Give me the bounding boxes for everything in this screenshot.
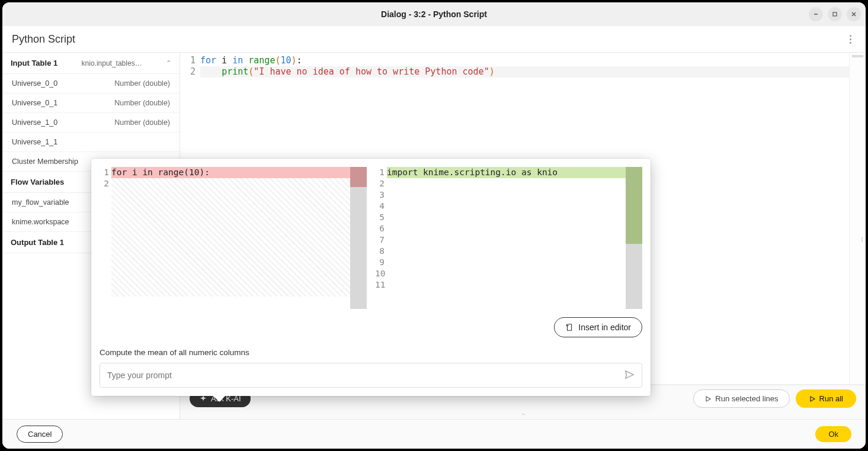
table-row[interactable]: Universe_0_1Number (double) (2, 94, 180, 113)
sidebar-section-label: Output Table 1 (11, 238, 64, 247)
sidebar-section-subtitle: knio.input_tables… (82, 59, 142, 67)
close-icon[interactable] (847, 7, 861, 21)
run-all-button[interactable]: Run all (796, 389, 856, 408)
play-icon (809, 395, 816, 402)
diff-minimap (350, 167, 367, 309)
minimize-icon[interactable] (809, 7, 823, 21)
window: Dialog - 3:2 - Python Script Python Scri… (2, 2, 866, 449)
window-controls (809, 7, 861, 21)
diff-view: 12 for i in range(10): print("I have no … (100, 167, 642, 309)
ai-suggestion-popup: 12 for i in range(10): print("I have no … (91, 159, 651, 396)
table-row[interactable]: Universe_1_1 (2, 133, 180, 152)
run-selected-button[interactable]: Run selected lines (693, 389, 789, 408)
resize-grip-icon[interactable]: ⌃ (180, 412, 866, 419)
sidebar-section-label: Flow Variables (11, 178, 64, 186)
prompt-input-container (100, 363, 642, 388)
footer: Cancel Ok (2, 419, 866, 449)
table-row[interactable]: Universe_1_0Number (double) (2, 113, 180, 133)
header: Python Script (2, 26, 866, 52)
titlebar: Dialog - 3:2 - Python Script (2, 2, 866, 26)
sidebar-section-input-table[interactable]: Input Table 1 knio.input_tables… ⌃ (2, 53, 180, 74)
window-title: Dialog - 3:2 - Python Script (381, 9, 487, 19)
prompt-input[interactable] (107, 371, 624, 380)
kebab-menu-icon[interactable] (844, 35, 856, 44)
insert-in-editor-button[interactable]: Insert in editor (554, 317, 642, 337)
diff-minimap (626, 167, 642, 309)
table-row[interactable]: Universe_0_0Number (double) (2, 74, 180, 94)
maximize-icon[interactable] (828, 7, 842, 21)
diff-left-pane[interactable]: 12 for i in range(10): print("I have no … (100, 167, 367, 309)
chevron-up-icon: ⌃ (166, 59, 171, 67)
prompt-label: Compute the mean of all numeric columns (100, 348, 642, 357)
sidebar-section-label: Input Table 1 (11, 59, 57, 67)
play-icon (704, 395, 712, 402)
collapse-handle-icon[interactable]: ⟨ (861, 236, 863, 243)
svg-rect-1 (833, 12, 837, 16)
cancel-button[interactable]: Cancel (17, 426, 63, 443)
minimap[interactable] (849, 53, 866, 384)
page-title: Python Script (12, 33, 75, 46)
diff-right-pane[interactable]: 1234567891011 import knime.scripting.io … (375, 167, 642, 309)
ok-button[interactable]: Ok (815, 426, 851, 442)
insert-icon (565, 323, 574, 331)
send-icon[interactable] (624, 369, 635, 382)
body: Input Table 1 knio.input_tables… ⌃ Unive… (2, 52, 866, 419)
